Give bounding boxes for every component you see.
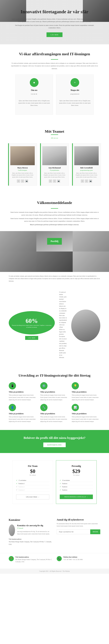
portfolio-section: Portfölj Ut enim ad minim veniam, quis n…	[0, 231, 109, 285]
team-feature-4: Funktion 3	[16, 488, 49, 492]
newsletter-submit-button[interactable]: SKICKA	[90, 530, 100, 534]
strategy-item-1-desc: Titlar producent magna lorem lorem lorem…	[9, 394, 37, 401]
hero-title: Innovativt företagande är vår sfär	[12, 9, 97, 15]
mary-social: f t 📷	[10, 180, 35, 183]
footer-address-text: Vårt konttorsadress The Home Design Stud…	[15, 556, 52, 563]
mary-name: Mary Brown	[10, 167, 35, 169]
bob-name: Bob Greenfield	[74, 167, 99, 169]
contact-person-info: Kontakta vår ansvarig för dig IT konsult…	[17, 524, 52, 537]
newsletter-title: Anmäl dig till nyhetsbrevet	[57, 518, 100, 521]
personal-plan-features: 19 användare Funktion Funktion Funktion	[60, 479, 93, 492]
bob-desc: Quisc ante libero lorem include velit ac…	[74, 172, 99, 178]
pricing-cards-container: För Team $0 Per månad 15 användare Funkt…	[9, 460, 100, 504]
team-card-ann: Ann Richmond IT-projektledare Quisc ante…	[40, 143, 69, 186]
bob-facebook-icon[interactable]: f	[81, 180, 84, 183]
strategy-icon-4: 👤	[9, 404, 16, 411]
strategy-icon-6: 📊	[72, 404, 79, 411]
about-card-subtitle[interactable]: Läs mer ►	[18, 93, 50, 95]
strategy-item-6-desc: Titlar producent magna lorem lorem lorem…	[72, 416, 100, 423]
strategy-icon-2: ⚙️	[40, 382, 48, 390]
team-title: Möt Teamet	[6, 129, 103, 134]
create-icon: +	[71, 78, 79, 87]
stats-body-text: Ut enim ad minim veniam, quis nostrud ex…	[59, 291, 67, 359]
about-card-title: Om oss	[18, 89, 50, 92]
bottom-bar: Copyright 2022 - All Rights Reserved - T…	[0, 568, 109, 574]
stats-read-more-button[interactable]: LÄS MER	[25, 336, 38, 340]
stats-person-image	[71, 310, 100, 342]
team-plan-features: 15 användare Funktion 1 Funktion 2 Funkt…	[16, 479, 49, 492]
strategy-item-5-title: Titlar på produkten	[40, 412, 69, 415]
strategy-grid: 📱 Titlar på produkten Titlar producent m…	[9, 382, 100, 423]
portfolio-description: Ut enim ad minim veniam, quis nostrud ex…	[9, 275, 100, 282]
bob-social: f t 📷	[74, 180, 99, 183]
ann-name: Ann Richmond	[42, 167, 67, 169]
instagram-icon[interactable]: 📷	[25, 180, 28, 183]
contact-avatar	[9, 524, 15, 536]
mary-desc: Quisc ante libero lorem include velit ac…	[10, 172, 35, 178]
ann-twitter-icon[interactable]: t	[53, 180, 56, 183]
bob-twitter-icon[interactable]: t	[85, 180, 88, 183]
strategy-item-2-title: Titlar på produkten	[40, 391, 69, 393]
personal-feature-4: Funktion	[60, 488, 93, 492]
ann-facebook-icon[interactable]: f	[49, 180, 52, 183]
strategy-item-2-desc: Titlar producent magna lorem lorem lorem…	[40, 394, 69, 401]
strategy-item-2: ⚙️ Titlar på produkten Titlar producent …	[40, 382, 69, 401]
contact-office-label: Vårt konttorsadress:	[9, 538, 22, 540]
footer-info-row: 📍 Vårt konttorsadress The Home Design St…	[0, 553, 109, 568]
welcome-italic: Mauris pellentesque pulvinar pellentesqu…	[9, 223, 100, 226]
stats-percent: 60%	[26, 318, 38, 324]
mary-role: Grafik designer	[10, 170, 35, 171]
create-card-desc: Quisc ante libero lorem include velit ac…	[59, 100, 91, 106]
copyright-text: Copyright 2022 - All Rights Reserved - T…	[39, 570, 70, 572]
phone-icon: 📞	[57, 556, 62, 561]
team-subtitle: Allt om oss	[6, 137, 103, 139]
ann-role: IT-projektledare	[42, 170, 67, 171]
portfolio-grid: Portfölj	[0, 231, 109, 272]
personal-plan-button[interactable]: Prenumerera Annually →	[60, 494, 93, 499]
contact-left: Kontakter Kontakta vår ansvarig för dig …	[9, 518, 52, 546]
strategy-item-4-title: Titlar på produkten	[9, 412, 37, 415]
it-solutions-section: Vi ökar affärsframgången med IT-lösninge…	[0, 44, 109, 122]
cta-button[interactable]: KONTAKTA OSS	[43, 442, 66, 447]
newsletter-form: SKICKA	[57, 530, 100, 534]
personal-feature-1: 19 användare	[60, 479, 93, 482]
bob-instagram-icon[interactable]: 📷	[89, 180, 92, 183]
team-plan-type: För Team	[16, 465, 49, 468]
ann-instagram-icon[interactable]: 📷	[57, 180, 60, 183]
personal-plan-type: Personlig	[60, 465, 93, 468]
contact-person-desc: ansvarig kontaktperson för dig. Är du in…	[17, 530, 52, 535]
it-card-about: ● Om oss Läs mer ► Quisc ante libero lor…	[15, 74, 53, 115]
team-card-bob: Bob Greenfield programmerings guru Quisc…	[72, 143, 101, 186]
strategy-item-3: 💡 Titlar på produkten Titlar producent m…	[72, 382, 100, 401]
contact-right: Anmäl dig till nyhetsbrevet Få automatis…	[57, 518, 100, 546]
footer-address-value: The Home Design Studio Company, The Cour…	[15, 558, 52, 563]
pricing-section: För Team $0 Per månad 15 användare Funkt…	[0, 453, 109, 511]
portfolio-cell-5	[36, 252, 73, 272]
team-feature-2: Funktion 1	[16, 482, 49, 485]
newsletter-desc: Få automatisk faktura för alla dina beta…	[57, 522, 100, 527]
newsletter-email-input[interactable]	[57, 530, 90, 534]
bob-photo	[74, 146, 99, 165]
strategy-title: Utveckling av IT-lösningsstrategi för di…	[9, 373, 100, 378]
stats-text-container: Ut enim ad minim veniam, quis nostrud ex…	[59, 291, 67, 360]
facebook-icon[interactable]: f	[17, 180, 20, 183]
portfolio-label: Portfölj	[47, 238, 62, 245]
hero-cta-button[interactable]: LÄS MER	[46, 32, 63, 37]
personal-feature-3: Funktion	[60, 485, 93, 488]
twitter-icon[interactable]: t	[21, 180, 24, 183]
team-plan-period: Per månad	[16, 474, 49, 476]
strategy-item-4-desc: Titlar producent magna lorem lorem lorem…	[9, 416, 37, 423]
green-divider	[51, 59, 58, 60]
footer-phone-value: +311 347 4961 +311 22 262 4961	[63, 558, 83, 560]
strategy-icon-3: 💡	[72, 382, 79, 390]
team-plan-button[interactable]: Upload Free →	[16, 494, 49, 499]
ann-social: f t 📷	[42, 180, 67, 183]
strategy-icon-5: 🔧	[40, 404, 48, 411]
location-icon: 📍	[9, 556, 14, 561]
personal-plan-price: $29	[60, 468, 93, 474]
create-card-subtitle: programmerare	[59, 93, 91, 95]
stats-section: 60% Praesent tincidung lorem semper ipsu…	[0, 285, 109, 366]
strategy-icon-1: 📱	[9, 382, 16, 390]
portfolio-cell-2: Portfölj	[36, 231, 73, 252]
stats-circle: 60% Praesent tincidung lorem semper ipsu…	[9, 311, 55, 334]
